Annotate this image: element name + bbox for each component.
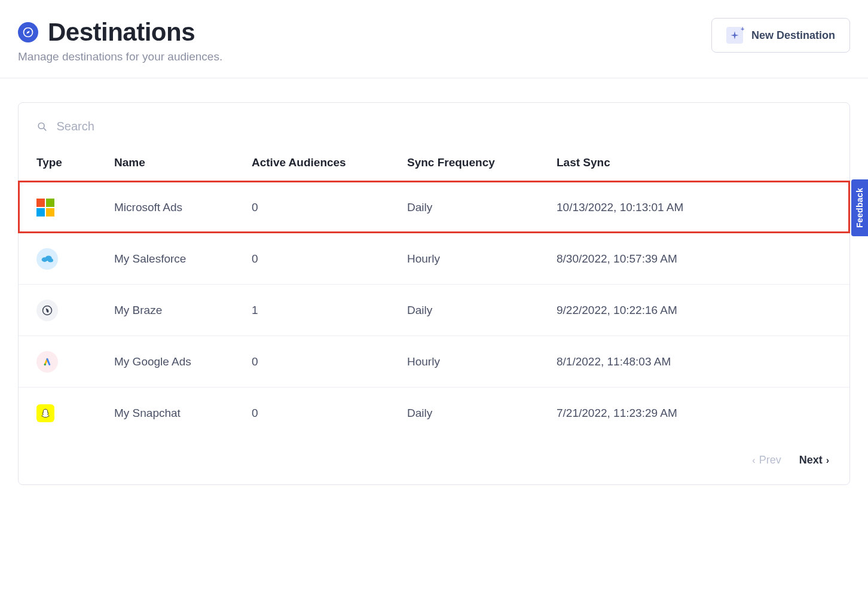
cell-type <box>36 351 114 373</box>
cell-last-sync: 8/30/2022, 10:57:39 AM <box>557 252 832 266</box>
search-input[interactable] <box>57 120 832 133</box>
salesforce-icon <box>36 248 58 270</box>
cell-sync-frequency: Hourly <box>407 252 557 266</box>
cell-sync-frequency: Hourly <box>407 355 557 368</box>
cell-active-audiences: 0 <box>252 407 407 420</box>
col-name: Name <box>114 156 252 169</box>
braze-icon <box>36 300 58 321</box>
next-label: Next <box>799 454 823 466</box>
title-wrap: Destinations Manage destinations for you… <box>18 18 222 63</box>
svg-marker-1 <box>27 31 30 34</box>
cell-name: My Snapchat <box>114 407 252 420</box>
cell-sync-frequency: Daily <box>407 407 557 420</box>
col-active-audiences: Active Audiences <box>252 156 407 169</box>
cell-last-sync: 10/13/2022, 10:13:01 AM <box>557 201 832 214</box>
cell-name: My Salesforce <box>114 252 252 266</box>
cell-name: Microsoft Ads <box>114 201 252 214</box>
cell-last-sync: 8/1/2022, 11:48:03 AM <box>557 355 832 368</box>
col-last-sync: Last Sync <box>557 156 832 169</box>
prev-button: ‹ Prev <box>752 454 781 466</box>
svg-line-3 <box>44 128 46 130</box>
destinations-table: Type Name Active Audiences Sync Frequenc… <box>19 150 849 438</box>
cell-name: My Braze <box>114 304 252 317</box>
cell-type <box>36 404 114 422</box>
next-button[interactable]: Next › <box>799 454 829 466</box>
page-header: Destinations Manage destinations for you… <box>0 0 868 78</box>
svg-point-8 <box>44 363 46 365</box>
sparkle-icon: + <box>726 27 743 44</box>
table-row[interactable]: My Google Ads0Hourly8/1/2022, 11:48:03 A… <box>19 336 849 387</box>
feedback-tab[interactable]: Feedback <box>851 179 868 236</box>
cell-active-audiences: 0 <box>252 201 407 214</box>
cell-last-sync: 7/21/2022, 11:23:29 AM <box>557 407 832 420</box>
destinations-panel: Type Name Active Audiences Sync Frequenc… <box>18 102 850 485</box>
google-ads-icon <box>36 351 58 373</box>
table-row[interactable]: My Snapchat0Daily7/21/2022, 11:23:29 AM <box>19 387 849 438</box>
cell-sync-frequency: Daily <box>407 304 557 317</box>
pagination: ‹ Prev Next › <box>19 438 849 484</box>
snapchat-icon <box>36 404 54 422</box>
content: Type Name Active Audiences Sync Frequenc… <box>0 78 868 509</box>
search-icon <box>36 121 48 133</box>
page-subtitle: Manage destinations for your audiences. <box>18 50 222 63</box>
title-line: Destinations <box>18 18 222 47</box>
cell-type <box>36 248 114 270</box>
svg-point-2 <box>38 123 44 129</box>
cell-active-audiences: 0 <box>252 355 407 368</box>
compass-icon <box>18 22 38 42</box>
search-row <box>19 103 849 150</box>
cell-type <box>36 199 114 216</box>
col-sync-frequency: Sync Frequency <box>407 156 557 169</box>
cell-last-sync: 9/22/2022, 10:22:16 AM <box>557 304 832 317</box>
table-row[interactable]: Microsoft Ads0Daily10/13/2022, 10:13:01 … <box>19 181 849 233</box>
chevron-left-icon: ‹ <box>752 455 755 466</box>
prev-label: Prev <box>759 454 781 466</box>
new-destination-button[interactable]: + New Destination <box>711 18 850 53</box>
chevron-right-icon: › <box>826 455 829 466</box>
table-row[interactable]: My Braze1Daily9/22/2022, 10:22:16 AM <box>19 284 849 336</box>
page-title: Destinations <box>48 18 195 47</box>
new-destination-label: New Destination <box>751 29 835 42</box>
svg-point-6 <box>48 258 53 262</box>
microsoft-icon <box>36 199 54 216</box>
cell-type <box>36 300 114 321</box>
col-type: Type <box>36 156 114 169</box>
cell-name: My Google Ads <box>114 355 252 368</box>
cell-active-audiences: 1 <box>252 304 407 317</box>
cell-active-audiences: 0 <box>252 252 407 266</box>
table-header: Type Name Active Audiences Sync Frequenc… <box>19 150 849 181</box>
cell-sync-frequency: Daily <box>407 201 557 214</box>
table-row[interactable]: My Salesforce0Hourly8/30/2022, 10:57:39 … <box>19 233 849 284</box>
